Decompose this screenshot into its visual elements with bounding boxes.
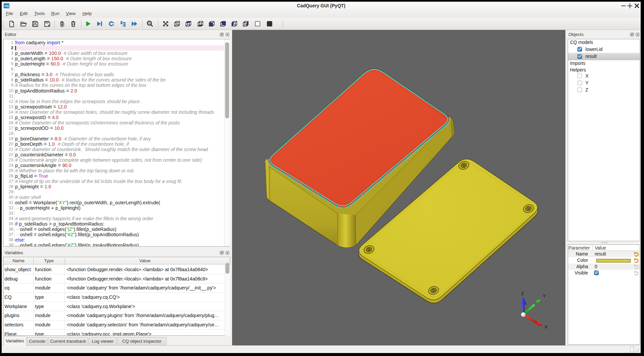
- svg-text:X: X: [544, 324, 547, 329]
- svg-text:Y: Y: [543, 293, 546, 298]
- svg-text:Z: Z: [521, 291, 524, 296]
